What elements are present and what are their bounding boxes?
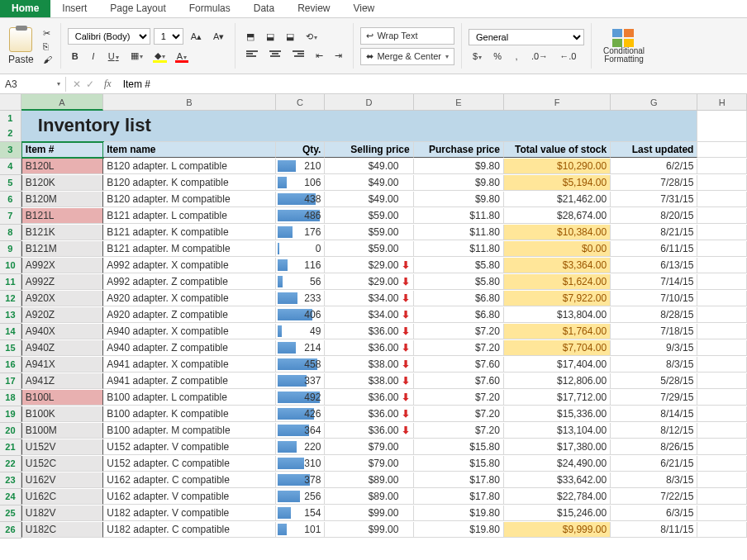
col-header-B[interactable]: B — [103, 94, 276, 111]
cell-total[interactable]: $13,804.00 — [504, 307, 611, 323]
fill-color-button[interactable]: ◆▾ — [150, 48, 169, 64]
header-updated[interactable]: Last updated — [611, 142, 697, 158]
cell-qty[interactable]: 101 — [276, 522, 326, 538]
cell-item-id[interactable]: U162C — [21, 489, 103, 505]
select-all-corner[interactable] — [0, 94, 21, 111]
cell-qty[interactable]: 0 — [276, 241, 326, 257]
cell-item-id[interactable]: A941X — [21, 357, 103, 373]
cell[interactable] — [697, 357, 747, 373]
cell-sell[interactable]: $34.00 ⬇ — [325, 307, 413, 323]
cell[interactable] — [697, 505, 747, 521]
align-top-button[interactable]: ⬒ — [242, 29, 259, 45]
header-qty[interactable]: Qty. — [276, 142, 326, 158]
cell-updated[interactable]: 8/14/15 — [611, 406, 697, 422]
conditional-formatting-button[interactable]: Conditional Formatting — [598, 27, 649, 65]
cell-total[interactable]: $1,764.00 — [504, 324, 611, 339]
paste-button[interactable]: Paste — [7, 26, 36, 67]
cell-item-name[interactable]: B121 adapter. L compatible — [103, 208, 276, 224]
cell-item-id[interactable]: B120L — [21, 159, 103, 174]
cell-item-name[interactable]: A940 adapter. Z compatible — [103, 340, 276, 356]
cell-updated[interactable]: 7/14/15 — [611, 274, 697, 290]
header-sell[interactable]: Selling price — [325, 142, 413, 158]
cell-item-id[interactable]: A992X — [21, 258, 103, 273]
cell-qty[interactable]: 364 — [276, 423, 326, 439]
cell-item-name[interactable]: B120 adapter. M compatible — [103, 192, 276, 207]
cell-total[interactable]: $17,404.00 — [504, 357, 611, 373]
bold-button[interactable]: B — [68, 49, 83, 64]
cell-item-id[interactable]: U152V — [21, 439, 103, 455]
font-color-button[interactable]: A▾ — [173, 49, 191, 64]
col-header-D[interactable]: D — [325, 94, 413, 111]
tab-home[interactable]: Home — [0, 0, 50, 17]
cell-sell[interactable]: $79.00 — [325, 439, 413, 455]
row-header-7[interactable]: 7 — [0, 208, 21, 225]
cell-total[interactable]: $9,999.00 — [504, 522, 611, 538]
cell-qty[interactable]: 486 — [276, 208, 326, 224]
wrap-text-button[interactable]: ↩ Wrap Text — [360, 27, 454, 45]
cell-total[interactable]: $24,490.00 — [504, 456, 611, 472]
cell[interactable] — [697, 456, 747, 472]
cell-total[interactable]: $7,922.00 — [504, 291, 611, 306]
cell-item-name[interactable]: A992 adapter. X compatible — [103, 258, 276, 273]
cell-qty[interactable]: 458 — [276, 357, 326, 373]
cell-item-id[interactable]: A920X — [21, 291, 103, 306]
cell-item-id[interactable]: U182C — [21, 522, 103, 538]
cell-qty[interactable]: 426 — [276, 406, 326, 422]
cell-item-name[interactable]: A941 adapter. Z compatible — [103, 373, 276, 389]
cell-qty[interactable]: 214 — [276, 340, 326, 356]
cell-sell[interactable]: $99.00 — [325, 505, 413, 521]
cell-item-name[interactable]: U162 adapter. C compatible — [103, 472, 276, 488]
cell-item-id[interactable]: B120K — [21, 175, 103, 191]
row-header-16[interactable]: 16 — [0, 357, 21, 373]
cell[interactable] — [697, 142, 747, 158]
cell-item-name[interactable]: A940 adapter. X compatible — [103, 324, 276, 339]
cell-item-name[interactable]: U152 adapter. C compatible — [103, 456, 276, 472]
cell-qty[interactable]: 220 — [276, 439, 326, 455]
cell-item-name[interactable]: U182 adapter. V compatible — [103, 505, 276, 521]
cell-updated[interactable]: 7/28/15 — [611, 175, 697, 191]
cell-buy[interactable]: $19.80 — [414, 505, 504, 521]
cell-total[interactable]: $10,290.00 — [504, 159, 611, 174]
decrease-decimal-button[interactable]: ←.0 — [555, 49, 580, 64]
cell-item-name[interactable]: B120 adapter. K compatible — [103, 175, 276, 191]
align-center-button[interactable] — [265, 48, 285, 63]
cell-buy[interactable]: $17.80 — [414, 489, 504, 505]
cell[interactable] — [697, 439, 747, 455]
cut-button[interactable]: ✂ — [39, 26, 54, 37]
cell[interactable] — [697, 175, 747, 191]
row-header-20[interactable]: 20 — [0, 423, 21, 439]
cell-item-name[interactable]: U182 adapter. C compatible — [103, 522, 276, 538]
row-header-6[interactable]: 6 — [0, 192, 21, 208]
col-header-H[interactable]: H — [697, 94, 747, 111]
cell-total[interactable]: $7,704.00 — [504, 340, 611, 356]
cell-item-name[interactable]: A920 adapter. X compatible — [103, 291, 276, 306]
cell-buy[interactable]: $5.80 — [414, 274, 504, 290]
cell-buy[interactable]: $15.80 — [414, 439, 504, 455]
row-header-4[interactable]: 4 — [0, 159, 21, 175]
row-header-24[interactable]: 24 — [0, 489, 21, 505]
cell-qty[interactable]: 176 — [276, 225, 326, 240]
cell[interactable] — [697, 258, 747, 273]
cell-qty[interactable]: 438 — [276, 192, 326, 207]
cell[interactable] — [697, 241, 747, 257]
cell-updated[interactable]: 6/13/15 — [611, 258, 697, 273]
row-header-17[interactable]: 17 — [0, 373, 21, 390]
cell-buy[interactable]: $9.80 — [414, 159, 504, 174]
cell-total[interactable]: $15,336.00 — [504, 406, 611, 422]
cell-updated[interactable]: 8/21/15 — [611, 225, 697, 240]
cell[interactable] — [697, 390, 747, 406]
cell-updated[interactable]: 7/29/15 — [611, 390, 697, 406]
cell-item-id[interactable]: A940X — [21, 324, 103, 339]
row-header-3[interactable]: 3 — [0, 142, 21, 159]
decrease-font-button[interactable]: A▾ — [209, 29, 228, 45]
cell-total[interactable]: $33,642.00 — [504, 472, 611, 488]
cell-item-id[interactable]: U162V — [21, 472, 103, 488]
cell-updated[interactable]: 7/22/15 — [611, 489, 697, 505]
currency-button[interactable]: $▾ — [469, 49, 486, 64]
cell-updated[interactable]: 6/21/15 — [611, 456, 697, 472]
cell-total[interactable]: $13,104.00 — [504, 423, 611, 439]
cell-buy[interactable]: $7.20 — [414, 324, 504, 339]
cell[interactable] — [697, 373, 747, 389]
cell-buy[interactable]: $7.60 — [414, 357, 504, 373]
cell-item-name[interactable]: B100 adapter. K compatible — [103, 406, 276, 422]
